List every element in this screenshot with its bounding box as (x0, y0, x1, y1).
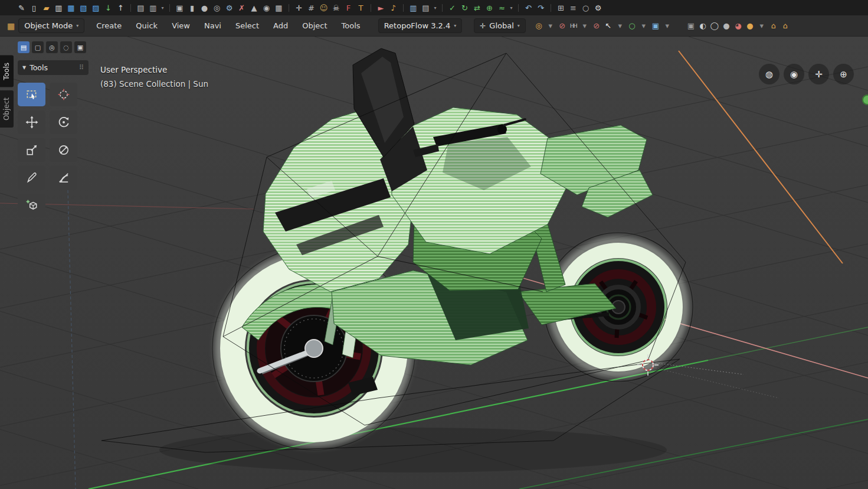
sphere-icon[interactable]: ● (198, 2, 211, 14)
cursor-select-icon[interactable]: ↖ (602, 20, 614, 32)
move-tool[interactable] (18, 110, 45, 134)
gizmos-toggle-icon[interactable]: ○ (626, 20, 638, 32)
cursor-tool[interactable] (50, 83, 77, 106)
text-icon[interactable]: T (355, 2, 367, 14)
export-icon[interactable]: ↑ (114, 2, 127, 14)
dropdown-chevron-icon[interactable]: ▾ (638, 20, 650, 32)
save-icon[interactable]: ▦ (65, 2, 77, 14)
save-copy-icon[interactable]: ▨ (90, 2, 102, 14)
eye-icon[interactable]: ◉ (260, 2, 273, 14)
modifier-icon[interactable]: ⚙ (223, 2, 235, 14)
menu-view[interactable]: View (165, 15, 197, 36)
separator[interactable] (169, 4, 170, 12)
editor-type-button[interactable]: ▦ (5, 20, 17, 32)
shading-wireframe-icon[interactable]: ◯ (709, 20, 720, 32)
sidebar-tab-object[interactable]: Object (0, 90, 14, 128)
render-pass-icon[interactable]: ▣ (685, 20, 697, 32)
panel-grip-icon[interactable]: ⠿ (79, 64, 84, 71)
separator[interactable] (518, 4, 519, 12)
xray-toggle-icon[interactable]: ◐ (697, 20, 709, 32)
camera-view-gizmo[interactable]: ◉ (784, 64, 804, 84)
select-box-tool-icon[interactable]: ▢ (32, 41, 44, 53)
home-scene-icon[interactable]: ⌂ (779, 20, 791, 32)
separator[interactable] (371, 4, 371, 12)
dropdown-chevron-icon[interactable]: ▾ (433, 2, 438, 14)
select-paint-tool-icon[interactable]: ▣ (74, 41, 86, 53)
dropdown-chevron-icon[interactable]: ▾ (509, 2, 514, 14)
select-circle-tool-icon[interactable]: ◎ (46, 41, 58, 53)
grid-icon[interactable]: ▦ (273, 2, 285, 14)
menu-create[interactable]: Create (89, 15, 129, 36)
viewport-3d[interactable]: ▤ ▢ ◎ ◌ ▣ Tools Object ▼ Tools ⠿ (0, 37, 868, 489)
tools-panel-header[interactable]: ▼ Tools ⠿ (18, 60, 89, 75)
new-file-icon[interactable]: ✎ (15, 2, 28, 14)
save-as-icon[interactable]: ▧ (77, 2, 90, 14)
falloff-icon[interactable]: HH (568, 20, 579, 32)
transform-tool[interactable] (50, 138, 77, 162)
refresh-icon[interactable]: ↻ (458, 2, 471, 14)
movie-camera-icon[interactable]: ► (375, 2, 387, 14)
cube-icon[interactable]: ▣ (173, 2, 186, 14)
overlays-icon[interactable]: ▣ (650, 20, 661, 32)
collapse-triangle-icon[interactable]: ▼ (22, 65, 26, 70)
separator[interactable] (403, 4, 404, 12)
open-file-icon[interactable]: ▯ (28, 2, 40, 14)
tweak-tool-icon[interactable]: ▤ (18, 41, 30, 53)
dropdown-chevron-icon[interactable]: ▾ (661, 20, 673, 32)
separator[interactable] (130, 4, 131, 12)
boxes-icon[interactable]: ⊞ (555, 2, 567, 14)
dropdown-chevron-icon[interactable]: ▾ (614, 20, 626, 32)
sidebar-tab-tools[interactable]: Tools (0, 56, 14, 87)
menu-quick[interactable]: Quick (129, 15, 165, 36)
separator[interactable] (442, 4, 443, 12)
retopoflow-dropdown[interactable]: RetopoFlow 3.2.4 ▾ (378, 18, 463, 33)
delete-icon[interactable]: ✗ (235, 2, 248, 14)
mode-select[interactable]: Object Mode ▾ (18, 18, 84, 33)
scale-tool[interactable] (18, 138, 45, 162)
separator[interactable] (289, 4, 289, 12)
folder-icon[interactable]: ▰ (40, 2, 53, 14)
snap-toggle-icon[interactable]: ◎ (533, 20, 545, 32)
projection-toggle-gizmo[interactable]: ◍ (759, 64, 779, 84)
world-icon[interactable]: ⊕ (483, 2, 496, 14)
gear-icon[interactable]: ⚙ (592, 2, 604, 14)
menu-navi[interactable]: Navi (197, 15, 228, 36)
menu-add[interactable]: Add (266, 15, 295, 36)
zoom-view-gizmo[interactable]: ⊕ (833, 64, 854, 84)
dropdown-chevron-icon[interactable]: ▾ (545, 20, 556, 32)
viewport-3d-scene[interactable] (0, 37, 868, 489)
shading-material-icon[interactable]: ◕ (732, 20, 744, 32)
shading-rendered-icon[interactable]: ● (744, 20, 756, 32)
physics-icon[interactable]: ≈ (496, 2, 508, 14)
screen-icon[interactable]: ▤ (135, 2, 147, 14)
dropdown-chevron-icon[interactable]: ▾ (160, 2, 165, 14)
redo-icon[interactable]: ↷ (535, 2, 547, 14)
dropdown-chevron-icon[interactable]: ▾ (756, 20, 768, 32)
menu-select[interactable]: Select (228, 15, 266, 36)
lattice-icon[interactable]: # (305, 2, 317, 14)
import-icon[interactable]: ↓ (102, 2, 114, 14)
check-icon[interactable]: ✓ (446, 2, 458, 14)
separator[interactable] (673, 20, 685, 32)
menu-tools[interactable]: Tools (335, 15, 368, 36)
search-icon[interactable]: ○ (579, 2, 592, 14)
separator[interactable] (551, 4, 551, 12)
sync-icon[interactable]: ⇄ (471, 2, 483, 14)
monkey-icon[interactable]: ☺ (317, 2, 330, 14)
dropdown-chevron-icon[interactable]: ▾ (579, 20, 591, 32)
box-select-tool[interactable] (18, 83, 45, 106)
torus-icon[interactable]: ◎ (211, 2, 223, 14)
annotate-tool[interactable] (18, 166, 45, 190)
cone-icon[interactable]: ▲ (248, 2, 260, 14)
proportional-edit-icon[interactable]: ⊘ (556, 20, 568, 32)
proportional-projected-icon[interactable]: ⊘ (591, 20, 602, 32)
crosshair-icon[interactable]: ✛ (293, 2, 305, 14)
add-cube-tool[interactable] (18, 194, 45, 217)
render-icon[interactable]: ▥ (147, 2, 159, 14)
font-icon[interactable]: F (342, 2, 355, 14)
image-icon[interactable]: ▥ (53, 2, 65, 14)
rotate-tool[interactable] (50, 110, 77, 134)
shading-solid-icon[interactable]: ● (720, 20, 732, 32)
menu-object[interactable]: Object (295, 15, 334, 36)
speaker-icon[interactable]: ♪ (387, 2, 399, 14)
